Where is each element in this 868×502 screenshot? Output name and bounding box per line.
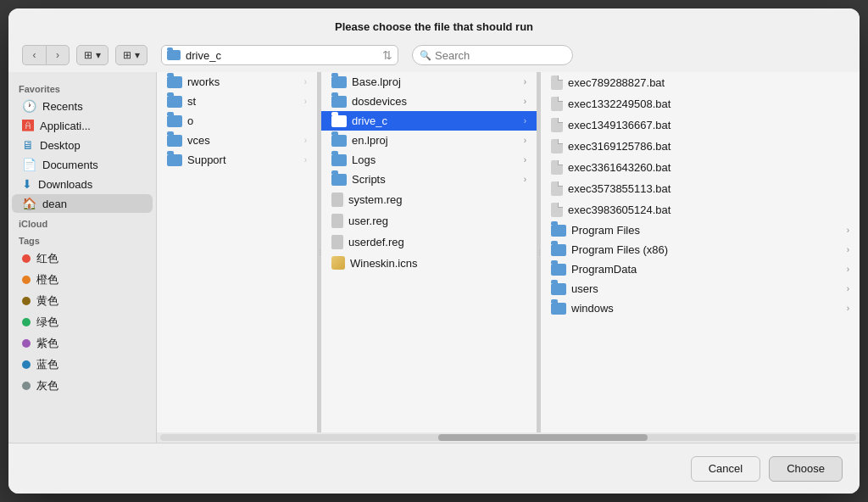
cancel-button[interactable]: Cancel [691,456,760,482]
chevron-right-icon: › [847,304,849,313]
list-item[interactable]: exec3983605124.bat [541,199,860,220]
folder-icon [167,76,182,88]
sidebar-tag-gray[interactable]: 灰色 [12,376,153,396]
sidebar-tag-green[interactable]: 绿色 [12,312,153,332]
search-input[interactable] [435,49,554,62]
left-partial-panel: rworks › st › o [157,72,318,432]
chevron-right-icon: › [304,155,307,165]
bat-file-icon [551,97,563,111]
list-item[interactable]: exec1349136667.bat [541,114,860,136]
list-item[interactable]: rworks › [157,72,317,92]
sidebar-tag-purple[interactable]: 紫色 [12,333,153,354]
forward-button[interactable]: › [46,45,70,65]
list-item[interactable]: exec3169125786.bat [541,136,860,157]
scrollbar-thumb[interactable] [438,434,647,441]
list-item[interactable]: exec3361643260.bat [541,157,860,178]
reg-file-icon [331,192,343,207]
list-item[interactable]: userdef.reg [321,231,537,253]
file-name: vces [187,134,210,147]
list-item[interactable]: dosdevices › [321,92,537,111]
list-item[interactable]: user.reg [321,210,537,231]
bat-file-icon [551,118,563,132]
file-name: Scripts [352,173,386,186]
file-name: ProgramData [571,263,637,276]
desktop-icon: 🖥 [22,138,34,152]
choose-button[interactable]: Choose [769,456,843,482]
sidebar-item-applications[interactable]: 🅰 Applicati... [12,116,153,135]
main-file-panel: Base.lproj › dosdevices › [321,72,537,432]
list-item[interactable]: system.reg [321,189,537,210]
sidebar-tag-orange[interactable]: 橙色 [12,270,153,290]
file-name: o [187,114,193,127]
toolbar: ‹ › ⊞ ▾ ⊞ ▾ drive_c ⇅ 🔍 [8,40,860,72]
bat-file-icon [551,75,563,90]
list-item[interactable]: Support › [157,150,317,170]
panels-wrapper: rworks › st › o [157,72,860,443]
applications-icon: 🅰 [22,119,34,132]
list-item[interactable]: windows › [541,298,860,318]
list-item[interactable]: Base.lproj › [321,72,537,92]
view-grid-button[interactable]: ⊞ ▾ [115,45,147,65]
list-item[interactable]: exec1332249508.bat [541,93,860,114]
sidebar-item-downloads[interactable]: ⬇ Downloads [12,175,153,193]
sidebar-item-recents[interactable]: 🕐 Recents [12,97,153,115]
file-name: exec3573855113.bat [568,182,670,195]
list-item[interactable]: Wineskin.icns [321,253,537,273]
green-tag-dot [22,318,31,326]
list-item[interactable]: ProgramData › [541,259,860,279]
folder-icon [551,303,566,315]
bat-file-icon [551,181,563,196]
file-name: Wineskin.icns [350,257,417,270]
list-item[interactable]: o [157,111,317,131]
list-item[interactable]: drive_c › [321,111,537,131]
list-item[interactable]: Logs › [321,150,537,170]
columns-dropdown-icon: ▾ [96,49,101,61]
nav-buttons: ‹ › [22,45,70,65]
tag-label: 蓝色 [36,357,58,372]
list-item[interactable]: exec789288827.bat [541,72,860,93]
sidebar-item-label: Downloads [38,178,92,191]
sidebar-item-dean[interactable]: 🏠 dean [12,194,153,213]
folder-icon [551,264,566,276]
view-columns-button[interactable]: ⊞ ▾ [76,45,108,65]
bottom-bar: Cancel Choose [8,443,860,494]
sidebar-tag-blue[interactable]: 蓝色 [12,354,153,375]
sidebar-item-documents[interactable]: 📄 Documents [12,155,153,174]
home-icon: 🏠 [22,197,36,210]
chevron-right-icon: › [524,136,526,145]
list-item[interactable]: exec3573855113.bat [541,178,860,199]
list-item[interactable]: st › [157,92,317,111]
right-file-panel: exec789288827.bat exec1332249508.bat exe… [541,72,860,432]
file-name: exec789288827.bat [568,76,665,89]
panels-row: rworks › st › o [157,72,860,432]
location-bar[interactable]: drive_c ⇅ [161,45,398,65]
documents-icon: 📄 [22,158,36,171]
chevron-right-icon: › [524,97,526,106]
list-item[interactable]: vces › [157,131,317,150]
file-name: system.reg [348,193,403,206]
recents-icon: 🕐 [22,99,36,113]
tag-label: 黄色 [36,293,58,309]
scrollbar-track[interactable] [160,434,856,441]
location-stepper-icon[interactable]: ⇅ [382,48,392,62]
chevron-right-icon: › [304,77,307,86]
list-item[interactable]: Program Files › [541,220,860,240]
bat-file-icon [551,139,563,153]
list-item[interactable]: users › [541,279,860,298]
folder-icon [331,76,347,88]
file-name: Program Files (x86) [571,243,668,256]
bat-file-icon [551,203,563,217]
sidebar-tag-red[interactable]: 红色 [12,248,153,269]
folder-icon [331,115,347,127]
list-item[interactable]: Scripts › [321,170,537,189]
back-button[interactable]: ‹ [22,45,46,65]
gray-tag-dot [22,382,31,390]
search-box[interactable]: 🔍 [412,45,573,65]
list-item[interactable]: en.lproj › [321,131,537,150]
list-item[interactable]: Program Files (x86) › [541,240,860,259]
folder-icon [167,115,182,127]
horizontal-scrollbar[interactable] [157,432,860,443]
sidebar-tag-yellow[interactable]: 黄色 [12,291,153,311]
chevron-right-icon: › [304,136,307,145]
sidebar-item-desktop[interactable]: 🖥 Desktop [12,136,153,154]
